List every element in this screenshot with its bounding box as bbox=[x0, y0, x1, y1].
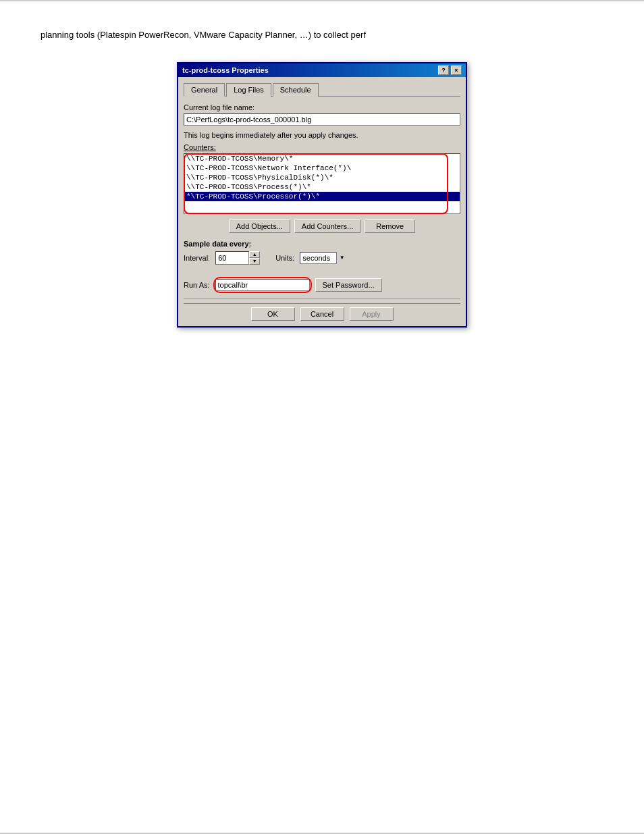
run-as-field-wrapper bbox=[215, 279, 310, 291]
dialog-title: tc-prod-tcoss Properties bbox=[182, 66, 269, 74]
titlebar-buttons: ? × bbox=[438, 66, 462, 75]
run-as-input[interactable] bbox=[215, 279, 310, 291]
cancel-button[interactable]: Cancel bbox=[300, 307, 344, 321]
dialog-footer: OK Cancel Apply bbox=[184, 303, 460, 321]
tabs-container: General Log Files Schedule bbox=[184, 82, 460, 97]
units-container: seconds ▼ bbox=[300, 252, 347, 264]
counter-item-physicaldisk[interactable]: \\TC-PROD-TCOSS\PhysicalDisk(*)\* bbox=[184, 173, 460, 182]
ok-button[interactable]: OK bbox=[251, 307, 295, 321]
remove-button[interactable]: Remove bbox=[365, 219, 415, 233]
counters-list[interactable]: \\TC-PROD-TCOSS\Memory\* \\TC-PROD-TCOSS… bbox=[184, 153, 460, 214]
interval-row: Interval: ▲ ▼ Units: seconds ▼ bbox=[184, 251, 460, 265]
log-begins-text: This log begins immediately after you ap… bbox=[184, 131, 460, 139]
interval-input[interactable] bbox=[215, 251, 249, 265]
apply-button[interactable]: Apply bbox=[350, 307, 394, 321]
add-counters-button[interactable]: Add Counters... bbox=[294, 219, 360, 233]
spin-up-button[interactable]: ▲ bbox=[249, 251, 260, 258]
tab-schedule[interactable]: Schedule bbox=[273, 83, 319, 97]
dialog-body: General Log Files Schedule Current log f… bbox=[178, 77, 466, 326]
counters-label: Counters: bbox=[184, 143, 460, 151]
tab-general[interactable]: General bbox=[184, 83, 225, 97]
footer-divider bbox=[184, 298, 460, 299]
counter-item-network[interactable]: \\TC-PROD-TCOSS\Network Interface(*)\ bbox=[184, 163, 460, 173]
page-content: planning tools (Platespin PowerRecon, VM… bbox=[0, 1, 644, 355]
action-buttons-row: Add Objects... Add Counters... Remove bbox=[184, 219, 460, 233]
properties-dialog: tc-prod-tcoss Properties ? × General Log… bbox=[177, 62, 467, 328]
dialog-container: tc-prod-tcoss Properties ? × General Log… bbox=[41, 62, 603, 328]
run-as-label: Run As: bbox=[184, 281, 210, 289]
dialog-titlebar: tc-prod-tcoss Properties ? × bbox=[178, 63, 466, 77]
log-file-input[interactable] bbox=[184, 113, 460, 126]
close-button[interactable]: × bbox=[451, 66, 462, 75]
log-file-label: Current log file name: bbox=[184, 103, 460, 111]
sample-section: Sample data every: Interval: ▲ ▼ Units: bbox=[184, 240, 460, 265]
interval-field-container: ▲ ▼ bbox=[215, 251, 260, 265]
interval-label: Interval: bbox=[184, 254, 210, 262]
add-objects-button[interactable]: Add Objects... bbox=[229, 219, 290, 233]
counters-list-wrapper: \\TC-PROD-TCOSS\Memory\* \\TC-PROD-TCOSS… bbox=[184, 153, 460, 214]
tab-logfiles[interactable]: Log Files bbox=[226, 83, 271, 97]
help-button[interactable]: ? bbox=[438, 66, 449, 75]
units-label: Units: bbox=[275, 254, 294, 262]
counter-item-process[interactable]: \\TC-PROD-TCOSS\Process(*)\* bbox=[184, 182, 460, 192]
counter-item-memory[interactable]: \\TC-PROD-TCOSS\Memory\* bbox=[184, 154, 460, 163]
sample-label: Sample data every: bbox=[184, 240, 460, 248]
spacer bbox=[184, 271, 460, 278]
spin-buttons: ▲ ▼ bbox=[249, 251, 260, 265]
set-password-button[interactable]: Set Password... bbox=[315, 278, 382, 292]
counter-item-processor[interactable]: *\TC-PROD-TCOSS\Processor(*)\* bbox=[184, 192, 460, 201]
run-as-section: Run As: Set Password... bbox=[184, 278, 460, 292]
spin-down-button[interactable]: ▼ bbox=[249, 258, 260, 265]
intro-text: planning tools (Platespin PowerRecon, VM… bbox=[41, 28, 603, 42]
units-dropdown-button[interactable]: ▼ bbox=[336, 252, 347, 264]
